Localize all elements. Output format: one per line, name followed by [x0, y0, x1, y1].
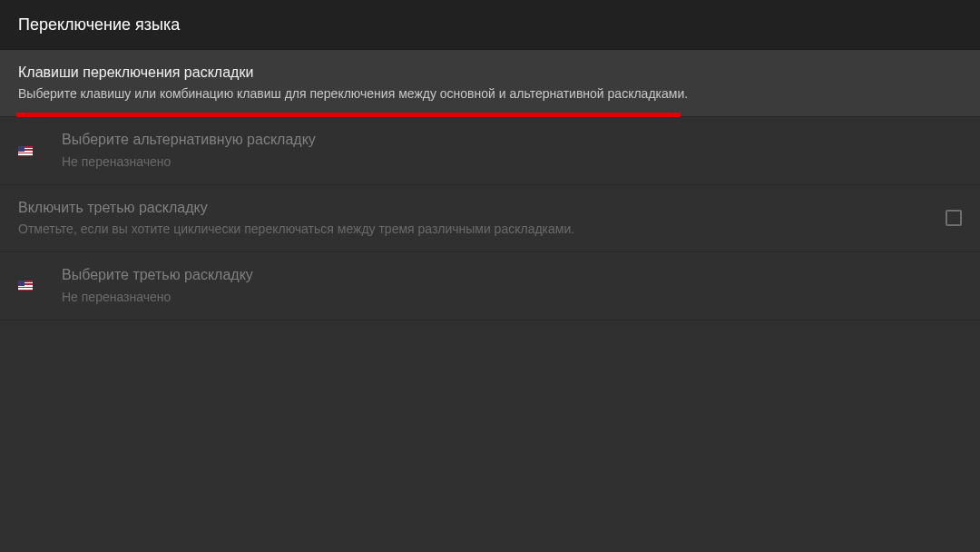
row-third-layout-text: Выберите третью раскладку Не переназначе…: [62, 265, 962, 306]
row-alt-layout-subtitle: Не переназначено: [62, 153, 962, 172]
us-flag-icon: [18, 146, 33, 156]
row-third-layout-title: Выберите третью раскладку: [62, 265, 962, 285]
row-switch-keys-title: Клавиши переключения раскладки: [18, 63, 962, 83]
page-title: Переключение языка: [18, 15, 180, 34]
header-bar: Переключение языка: [0, 0, 980, 50]
us-flag-icon: [18, 281, 33, 291]
row-enable-third-title: Включить третью раскладку: [18, 198, 927, 218]
row-third-layout-subtitle: Не переназначено: [62, 288, 962, 307]
row-enable-third-text: Включить третью раскладку Отметьте, если…: [18, 198, 927, 239]
row-switch-keys-subtitle: Выберите клавишу или комбинацию клавиш д…: [18, 84, 962, 104]
row-switch-keys[interactable]: Клавиши переключения раскладки Выберите …: [0, 50, 980, 117]
enable-third-checkbox[interactable]: [946, 210, 962, 226]
row-enable-third[interactable]: Включить третью раскладку Отметьте, если…: [0, 185, 980, 252]
row-alt-layout-title: Выберите альтернативную раскладку: [62, 130, 962, 150]
row-third-layout[interactable]: Выберите третью раскладку Не переназначе…: [0, 252, 980, 320]
row-enable-third-subtitle: Отметьте, если вы хотите циклически пере…: [18, 220, 927, 239]
row-alt-layout[interactable]: Выберите альтернативную раскладку Не пер…: [0, 117, 980, 184]
row-alt-layout-text: Выберите альтернативную раскладку Не пер…: [62, 130, 962, 171]
